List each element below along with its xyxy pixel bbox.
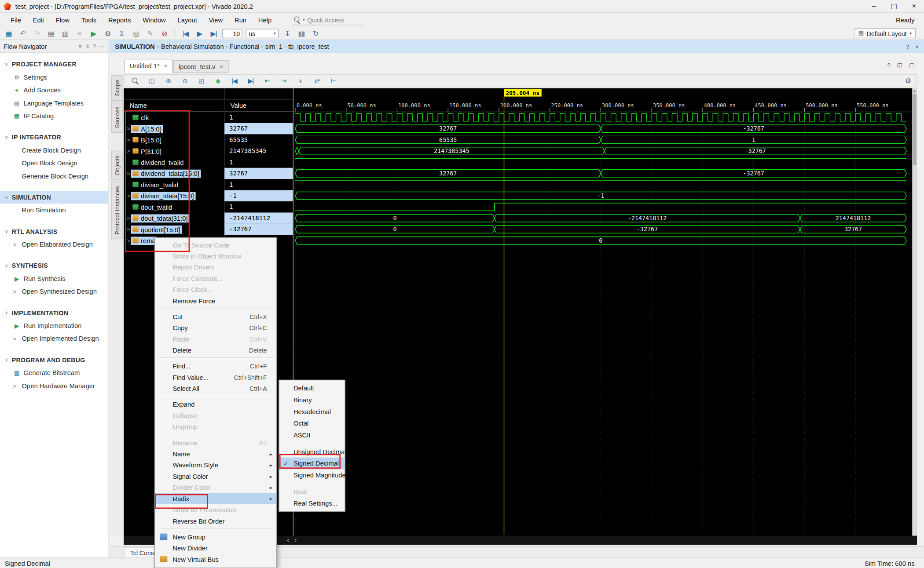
signal-row-dividend-tvalid[interactable]: dividend_tvalid (124, 157, 224, 167)
scroll-up-icon[interactable]: ▲ (912, 88, 917, 94)
menu-flow[interactable]: Flow (50, 14, 75, 26)
radix-option-octal[interactable]: Octal (279, 418, 345, 430)
find-icon[interactable] (130, 76, 140, 86)
menu-item-name[interactable]: Name▸ (155, 448, 276, 459)
snap-to-transition-icon[interactable]: ⊢ (328, 76, 338, 86)
signal-row-b-15-0[interactable]: >B[15:0] (124, 134, 224, 145)
break-icon[interactable]: ▮▮ (297, 28, 307, 38)
swap-cursors-icon[interactable]: ⇄ (312, 76, 322, 86)
signal-row-a-15-0[interactable]: >A[15:0] (124, 123, 224, 134)
flow-section-header-implementation[interactable]: ∨IMPLEMENTATION (0, 306, 108, 319)
side-tab-objects[interactable]: Objects (111, 151, 123, 180)
quick-access-search[interactable]: ▾ Quick Access (293, 15, 362, 25)
flow-settings-icon[interactable]: ⚙ (103, 28, 113, 38)
menu-run[interactable]: Run (229, 14, 253, 26)
scroll-right-icon[interactable]: › (294, 536, 297, 544)
flow-item-generate-bitstream[interactable]: ▦Generate Bitstream (0, 366, 108, 379)
signal-row-divisor-tdata-15-0[interactable]: >divisor_tdata[15:0] (124, 190, 224, 201)
signal-row-quotient-15-0[interactable]: >quotient[15:0] (124, 224, 224, 235)
menu-item-expand[interactable]: Expand (155, 399, 276, 410)
flow-item-run-implementation[interactable]: ▶Run Implementation (0, 319, 108, 332)
signal-row-dividend-tdata-15-0[interactable]: >dividend_tdata[15:0] (124, 168, 224, 179)
delete-icon[interactable]: × (74, 28, 84, 38)
layout-selector[interactable]: ▦ Default Layout ▾ (854, 28, 916, 38)
scroll-left-icon[interactable]: ‹ (287, 536, 289, 544)
menu-item-new-divider[interactable]: New Divider (155, 542, 276, 553)
flow-item-open-block-design[interactable]: Open Block Design (0, 157, 108, 169)
menu-item-new-virtual-bus[interactable]: New Virtual Bus (155, 553, 276, 564)
flow-section-header-program-and-debug[interactable]: ∨PROGRAM AND DEBUG (0, 353, 108, 366)
menu-item-cut[interactable]: CutCtrl+X (155, 311, 276, 322)
signal-row-dout-tvalid[interactable]: dout_tvalid (124, 201, 224, 212)
flow-item-settings[interactable]: ⚙Settings (0, 71, 108, 84)
tab-ipcore-test-v[interactable]: ipcore_test.v× (173, 60, 229, 73)
side-tab-protocol-instances[interactable]: Protocol Instances (111, 181, 123, 239)
flow-section-header-rtl-analysis[interactable]: ∨RTL ANALYSIS (0, 225, 108, 238)
redo-icon[interactable]: ↷ (32, 28, 42, 38)
run-time-input[interactable] (222, 29, 242, 38)
menu-item-radix[interactable]: Radix▸ (155, 493, 276, 504)
menu-item-signal-color[interactable]: Signal Color▸ (155, 470, 276, 481)
menu-help[interactable]: Help (252, 14, 277, 26)
expand-chevron-icon[interactable]: > (126, 226, 131, 232)
menu-item-find-value[interactable]: Find Value...Ctrl+Shift+F (155, 371, 276, 382)
signal-value-p-31-0[interactable]: 2147385345 (224, 146, 293, 157)
flow-item-language-templates[interactable]: ▤Language Templates (0, 97, 108, 109)
radix-option-signed-magnitude[interactable]: Signed Magnitude (279, 469, 345, 481)
signal-value-dout-tdata-31-0[interactable]: -2147418112 (224, 212, 293, 223)
messages-icon[interactable]: ◎ (131, 28, 141, 38)
run-flow-icon[interactable]: ▶ (88, 28, 99, 38)
signal-value-dout-tvalid[interactable]: 1 (224, 201, 293, 212)
side-tab-scope[interactable]: Scope (111, 75, 123, 101)
menu-edit[interactable]: Edit (27, 14, 50, 26)
menu-file[interactable]: File (5, 14, 27, 26)
close-tab-icon[interactable]: × (164, 62, 168, 69)
flow-item-create-block-design[interactable]: Create Block Design (0, 144, 108, 157)
maximize-button[interactable]: ▢ (884, 0, 904, 12)
toggle-tree-icon[interactable]: ≡ (78, 43, 81, 49)
signal-value-a-15-0[interactable]: 32767 (224, 123, 293, 134)
signal-row-clk[interactable]: clk (124, 112, 224, 123)
flow-item-open-hardware-manager[interactable]: >Open Hardware Manager (0, 379, 108, 392)
menu-item-waveform-style[interactable]: Waveform Style▸ (155, 459, 276, 470)
zoom-fit-icon[interactable]: ◰ (196, 76, 206, 86)
open-recent-icon[interactable]: ▦ (4, 28, 14, 38)
flow-item-open-elaborated-design[interactable]: >Open Elaborated Design (0, 238, 108, 251)
maximize-icon[interactable]: ▢ (909, 62, 915, 69)
help-icon[interactable]: ? (906, 43, 909, 50)
signal-value-divisor-tvalid[interactable]: 1 (224, 179, 293, 190)
relaunch-icon[interactable]: ↻ (311, 28, 321, 38)
radix-option-signed-decimal[interactable]: ✓Signed Decimal (279, 458, 345, 470)
radix-option-unsigned-decimal[interactable]: Unsigned Decimal (279, 446, 345, 458)
save-waveform-icon[interactable]: ◫ (147, 76, 157, 86)
menu-item-new-group[interactable]: New Group (155, 531, 276, 542)
flow-item-add-sources[interactable]: +Add Sources (0, 84, 108, 96)
help-icon[interactable]: ? (93, 43, 96, 49)
flow-item-run-synthesis[interactable]: ▶Run Synthesis (0, 272, 108, 285)
menu-item-copy[interactable]: CopyCtrl+C (155, 322, 276, 333)
edit-icon[interactable]: ✎ (145, 28, 155, 38)
zoom-in-icon[interactable]: ⊕ (163, 76, 173, 86)
previous-transition-icon[interactable]: ⇤ (262, 76, 272, 86)
flow-item-open-synthesized-design[interactable]: >Open Synthesized Design (0, 285, 108, 298)
signal-value-divisor-tdata-15-0[interactable]: -1 (224, 190, 293, 201)
flow-section-header-ip-integrator[interactable]: ∨IP INTEGRATOR (0, 131, 108, 143)
menu-item-reverse-bit-order[interactable]: Reverse Bit Order (155, 515, 276, 526)
help-icon[interactable]: ? (887, 62, 890, 69)
flow-section-header-synthesis[interactable]: ∨SYNTHESIS (0, 259, 108, 272)
go-to-end-icon[interactable]: ▶| (246, 76, 256, 86)
menu-item-select-all[interactable]: Select AllCtrl+A (155, 383, 276, 394)
menu-item-find[interactable]: Find...Ctrl+F (155, 360, 276, 371)
tab-untitled-1[interactable]: Untitled 1*× (125, 59, 173, 73)
scrollbar-thumb[interactable] (913, 94, 917, 165)
undo-icon[interactable]: ↶ (18, 28, 28, 38)
menu-item-delete[interactable]: DeleteDelete (155, 344, 276, 355)
step-icon[interactable]: ↧ (282, 28, 293, 38)
expand-chevron-icon[interactable]: > (126, 237, 131, 243)
flow-section-header-project-manager[interactable]: ∨PROJECT MANAGER (0, 58, 108, 70)
menu-tools[interactable]: Tools (75, 14, 102, 26)
time-unit-select[interactable]: us ▾ (246, 29, 279, 38)
report-icon[interactable]: Σ (117, 28, 127, 38)
add-marker-icon[interactable]: + (295, 76, 305, 86)
signal-value-dividend-tvalid[interactable]: 1 (224, 157, 293, 167)
